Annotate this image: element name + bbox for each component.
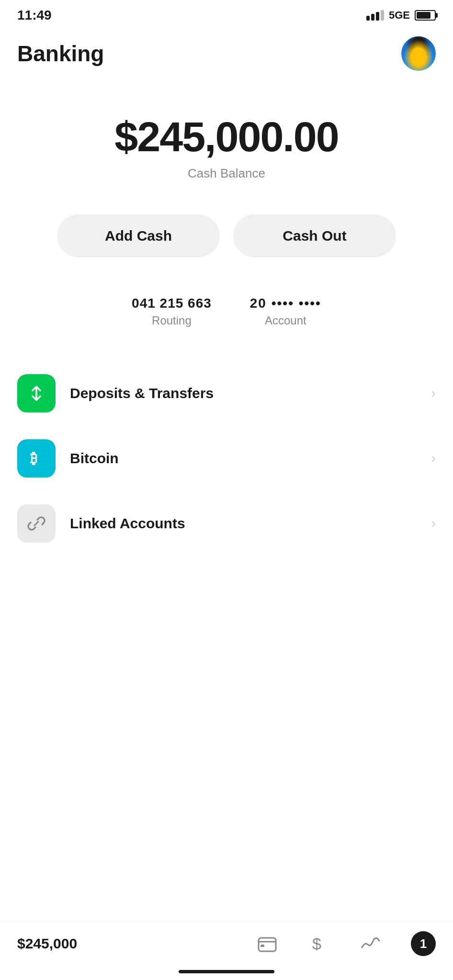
cash-out-button[interactable]: Cash Out — [233, 214, 396, 257]
link-icon — [17, 504, 56, 543]
nav-dollar-icon[interactable]: $ — [307, 932, 330, 955]
balance-section: $245,000.00 Cash Balance — [0, 85, 453, 205]
nav-balance: $245,000 — [17, 935, 77, 952]
svg-text:₿: ₿ — [30, 450, 37, 466]
account-number: 20 •••• •••• — [250, 296, 321, 311]
account-info: 041 215 663 Routing 20 •••• •••• Account — [0, 281, 453, 351]
status-time: 11:49 — [17, 8, 52, 23]
chevron-right-icon: › — [431, 386, 436, 401]
menu-item-linked-accounts[interactable]: Linked Accounts › — [17, 491, 436, 556]
menu-item-bitcoin[interactable]: ₿ Bitcoin › — [17, 426, 436, 491]
chevron-right-icon: › — [431, 451, 436, 466]
page-title: Banking — [17, 41, 104, 67]
action-buttons: Add Cash Cash Out — [0, 205, 453, 281]
notification-badge[interactable]: 1 — [411, 931, 436, 956]
chevron-right-icon: › — [431, 516, 436, 531]
header: Banking — [0, 27, 453, 85]
network-label: 5GE — [389, 9, 410, 22]
routing-label: Routing — [132, 314, 212, 327]
deposits-label: Deposits & Transfers — [70, 385, 431, 401]
svg-rect-1 — [259, 938, 276, 951]
account-label: Account — [250, 314, 321, 327]
avatar[interactable] — [401, 36, 436, 71]
status-icons: 5GE — [366, 9, 436, 22]
home-indicator — [179, 970, 274, 973]
balance-label: Cash Balance — [17, 166, 436, 181]
battery-icon — [415, 10, 436, 21]
signal-icon — [366, 10, 384, 21]
status-bar: 11:49 5GE — [0, 0, 453, 27]
bitcoin-icon: ₿ — [17, 439, 56, 478]
svg-rect-2 — [260, 945, 264, 947]
transfers-icon — [17, 374, 56, 412]
nav-home-icon[interactable] — [256, 932, 279, 955]
nav-activity-icon[interactable] — [359, 932, 382, 955]
routing-number: 041 215 663 — [132, 296, 212, 311]
add-cash-button[interactable]: Add Cash — [57, 214, 220, 257]
balance-amount: $245,000.00 — [17, 114, 436, 160]
account-info-detail: 20 •••• •••• Account — [250, 296, 321, 327]
menu-item-deposits[interactable]: Deposits & Transfers › — [17, 361, 436, 426]
nav-icons: $ 1 — [256, 931, 436, 956]
svg-text:$: $ — [312, 935, 321, 953]
bitcoin-label: Bitcoin — [70, 450, 431, 467]
routing-info: 041 215 663 Routing — [132, 296, 212, 327]
menu-list: Deposits & Transfers › ₿ Bitcoin › Linke… — [0, 351, 453, 566]
linked-accounts-label: Linked Accounts — [70, 515, 431, 532]
